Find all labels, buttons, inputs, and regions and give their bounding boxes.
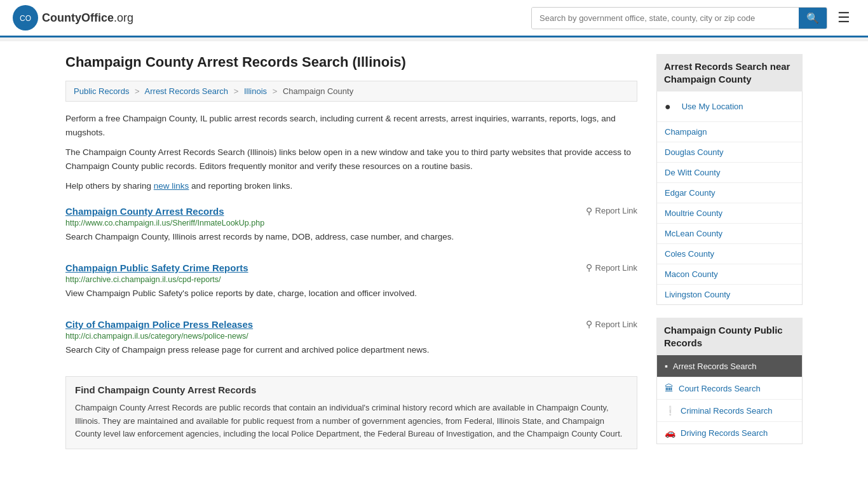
report-link-1[interactable]: ⚲ Report Link — [586, 262, 637, 273]
result-url-0[interactable]: http://www.co.champaign.il.us/Sheriff/In… — [65, 219, 637, 227]
result-item-0: Champaign County Arrest Records ⚲ Report… — [65, 206, 637, 250]
sidebar-nav-item-0[interactable]: ▪ Arrest Records Search — [657, 355, 802, 377]
result-header-2: City of Champaign Police Press Releases … — [65, 319, 637, 330]
nav-icon-0: ▪ — [665, 361, 668, 371]
result-title-1[interactable]: Champaign Public Safety Crime Reports — [65, 262, 248, 273]
report-link-0[interactable]: ⚲ Report Link — [586, 206, 637, 216]
logo-text: CountyOffice.org — [42, 11, 133, 25]
sidebar-nav-link-3[interactable]: 🚗 Driving Records Search — [657, 422, 802, 444]
sidebar-nearby-item-7[interactable]: Macon County — [657, 264, 802, 285]
logo-name: CountyOffice — [42, 11, 114, 24]
find-section-text: Champaign County Arrest Records are publ… — [75, 402, 628, 441]
header: CO CountyOffice.org 🔍 ☰ — [0, 0, 868, 37]
use-location-link[interactable]: Use My Location — [674, 97, 751, 116]
sidebar-nav-link-2[interactable]: ❕ Criminal Records Search — [657, 400, 802, 421]
breadcrumb-sep3: > — [273, 86, 278, 96]
sidebar-nav-item-2[interactable]: ❕ Criminal Records Search — [657, 400, 802, 422]
sidebar-nearby-item-4[interactable]: Moultrie County — [657, 203, 802, 224]
result-desc-2: Search City of Champaign press release p… — [65, 344, 637, 356]
sidebar-nearby-list: ● Use My Location ChampaignDouglas Count… — [656, 92, 803, 305]
search-input[interactable] — [532, 8, 799, 29]
sidebar-nearby-item-8[interactable]: Livingston County — [657, 285, 802, 304]
sidebar-nearby-link-5[interactable]: McLean County — [657, 224, 802, 243]
nav-icon-1: 🏛 — [665, 383, 674, 393]
result-header-1: Champaign Public Safety Crime Reports ⚲ … — [65, 262, 637, 273]
report-icon-1: ⚲ — [586, 262, 592, 273]
intro-para1: Perform a free Champaign County, IL publ… — [65, 112, 637, 139]
sidebar-nearby-item-0[interactable]: Champaign — [657, 122, 802, 142]
report-label-1: Report Link — [595, 263, 637, 273]
new-links-link[interactable]: new links — [154, 181, 189, 191]
sidebar-nearby-link-7[interactable]: Macon County — [657, 264, 802, 284]
page-title: Champaign County Arrest Records Search (… — [65, 54, 637, 71]
nav-icon-3: 🚗 — [665, 428, 675, 438]
location-icon: ● — [665, 101, 671, 112]
sidebar-nearby-item-2[interactable]: De Witt County — [657, 163, 802, 183]
result-title-2[interactable]: City of Champaign Police Press Releases — [65, 319, 253, 330]
sidebar-nearby-link-0[interactable]: Champaign — [657, 122, 802, 142]
report-label-0: Report Link — [595, 206, 637, 215]
breadcrumb-public-records[interactable]: Public Records — [74, 86, 129, 96]
nav-label-1: Court Records Search — [679, 384, 761, 393]
result-desc-0: Search Champaign County, Illinois arrest… — [65, 231, 637, 243]
search-area: 🔍 ☰ — [531, 7, 855, 29]
search-icon: 🔍 — [806, 13, 819, 24]
result-item-2: City of Champaign Police Press Releases … — [65, 319, 637, 363]
sidebar-nearby-section: Arrest Records Search near Champaign Cou… — [656, 54, 803, 305]
breadcrumb-arrest-records[interactable]: Arrest Records Search — [145, 86, 229, 96]
search-button[interactable]: 🔍 — [799, 8, 827, 29]
result-list: Champaign County Arrest Records ⚲ Report… — [65, 206, 637, 363]
sidebar-nearby-item-6[interactable]: Coles County — [657, 244, 802, 264]
sidebar-nearby-item-5[interactable]: McLean County — [657, 224, 802, 244]
sidebar-public-records-heading: Champaign County Public Records — [656, 318, 803, 355]
result-item-1: Champaign Public Safety Crime Reports ⚲ … — [65, 262, 637, 306]
intro-para3: Help others by sharing new links and rep… — [65, 179, 637, 193]
content-area: Champaign County Arrest Records Search (… — [65, 54, 637, 457]
find-section: Find Champaign County Arrest Records Cha… — [65, 376, 637, 449]
logo-org: .org — [114, 11, 133, 24]
intro-para2: The Champaign County Arrest Records Sear… — [65, 146, 637, 173]
breadcrumb: Public Records > Arrest Records Search >… — [65, 81, 637, 102]
breadcrumb-sep1: > — [135, 86, 140, 96]
logo-area: CO CountyOffice.org — [13, 5, 133, 30]
sidebar-nearby-heading: Arrest Records Search near Champaign Cou… — [656, 54, 803, 92]
sidebar-nav-item-3[interactable]: 🚗 Driving Records Search — [657, 422, 802, 444]
sidebar: Arrest Records Search near Champaign Cou… — [656, 54, 803, 457]
result-header-0: Champaign County Arrest Records ⚲ Report… — [65, 206, 637, 217]
find-section-title: Find Champaign County Arrest Records — [75, 384, 628, 395]
sidebar-public-records-section: Champaign County Public Records ▪ Arrest… — [656, 318, 803, 444]
sidebar-nav-list: ▪ Arrest Records Search 🏛 Court Records … — [656, 355, 803, 444]
report-label-2: Report Link — [595, 320, 637, 329]
sidebar-use-location[interactable]: ● Use My Location — [657, 92, 802, 122]
sidebar-nearby-item-1[interactable]: Douglas County — [657, 142, 802, 163]
result-title-0[interactable]: Champaign County Arrest Records — [65, 206, 224, 217]
sidebar-nearby-link-1[interactable]: Douglas County — [657, 142, 802, 162]
breadcrumb-sep2: > — [234, 86, 239, 96]
nav-label-0: Arrest Records Search — [673, 362, 757, 371]
sidebar-nearby-link-8[interactable]: Livingston County — [657, 285, 802, 304]
sidebar-nav-link-1[interactable]: 🏛 Court Records Search — [657, 377, 802, 399]
svg-text:CO: CO — [20, 14, 31, 23]
report-icon-2: ⚲ — [586, 319, 592, 329]
intro-para3-before: Help others by sharing — [65, 181, 154, 191]
logo-icon: CO — [13, 5, 38, 30]
nav-label-2: Criminal Records Search — [681, 406, 773, 416]
breadcrumb-illinois[interactable]: Illinois — [244, 86, 267, 96]
main-container: Champaign County Arrest Records Search (… — [53, 41, 815, 470]
sidebar-nearby-link-3[interactable]: Edgar County — [657, 183, 802, 203]
report-icon-0: ⚲ — [586, 206, 592, 216]
sidebar-nav-link-0[interactable]: ▪ Arrest Records Search — [657, 355, 802, 377]
sidebar-nav-item-1[interactable]: 🏛 Court Records Search — [657, 377, 802, 400]
logo-svg: CO — [17, 9, 34, 27]
menu-button[interactable]: ☰ — [832, 7, 855, 29]
result-url-2[interactable]: http://ci.champaign.il.us/category/news/… — [65, 332, 637, 341]
sidebar-nearby-item-3[interactable]: Edgar County — [657, 183, 802, 203]
report-link-2[interactable]: ⚲ Report Link — [586, 319, 637, 329]
nav-label-3: Driving Records Search — [681, 428, 768, 438]
sidebar-nearby-link-2[interactable]: De Witt County — [657, 163, 802, 182]
sidebar-nearby-link-4[interactable]: Moultrie County — [657, 203, 802, 223]
nav-icon-2: ❕ — [665, 405, 675, 416]
sidebar-nearby-link-6[interactable]: Coles County — [657, 244, 802, 264]
result-url-1[interactable]: http://archive.ci.champaign.il.us/cpd-re… — [65, 275, 637, 284]
breadcrumb-county: Champaign County — [283, 86, 353, 96]
